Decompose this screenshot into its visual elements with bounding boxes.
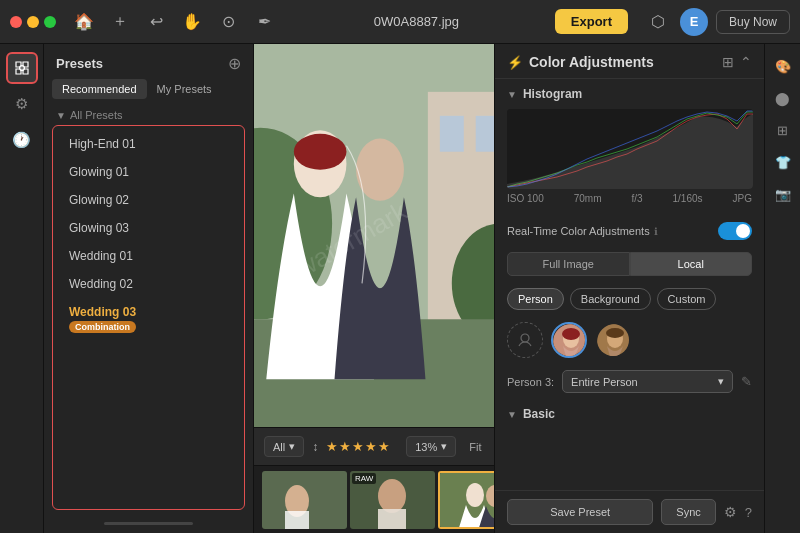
target-custom-button[interactable]: Custom bbox=[657, 288, 717, 310]
sort-icon[interactable]: ↕ bbox=[312, 433, 318, 461]
target-row: Person Background Custom bbox=[495, 282, 764, 316]
star-4[interactable]: ★ bbox=[365, 439, 377, 454]
list-item[interactable]: Wedding 02 bbox=[61, 270, 236, 298]
filter-all-label: All bbox=[273, 441, 285, 453]
grid-icon[interactable]: ⊞ bbox=[769, 116, 797, 144]
star-5[interactable]: ★ bbox=[378, 439, 390, 454]
eyedropper-icon[interactable]: ✒ bbox=[250, 8, 278, 36]
filter-icon: ▼ bbox=[56, 110, 66, 121]
left-sidebar: ⚙ 🕐 bbox=[0, 44, 44, 533]
scope-full-button[interactable]: Full Image bbox=[507, 252, 630, 276]
preset-name: Wedding 03 bbox=[69, 305, 136, 319]
layout-icon[interactable]: ⊞ bbox=[722, 54, 734, 70]
circle-icon[interactable]: ⬤ bbox=[769, 84, 797, 112]
tab-recommended[interactable]: Recommended bbox=[52, 79, 147, 99]
maximize-window-btn[interactable] bbox=[44, 16, 56, 28]
tab-my-presets[interactable]: My Presets bbox=[147, 79, 222, 99]
close-window-btn[interactable] bbox=[10, 16, 22, 28]
raw-badge: RAW bbox=[352, 473, 376, 484]
iso-value: ISO 100 bbox=[507, 193, 544, 204]
histogram-section-header[interactable]: ▼ Histogram bbox=[495, 79, 764, 105]
list-item[interactable]: Wedding 01 bbox=[61, 242, 236, 270]
focal-length: 70mm bbox=[574, 193, 602, 204]
star-1[interactable]: ★ bbox=[326, 439, 338, 454]
camera-icon[interactable]: 📷 bbox=[769, 180, 797, 208]
target-person-button[interactable]: Person bbox=[507, 288, 564, 310]
save-preset-button[interactable]: Save Preset bbox=[507, 499, 653, 525]
share-icon[interactable]: ⬡ bbox=[644, 8, 672, 36]
filmstrip-thumb[interactable] bbox=[262, 471, 347, 529]
filmstrip-thumb-active[interactable]: 16 bbox=[438, 471, 494, 529]
person-row: Person 3: Entire Person ▾ ✎ bbox=[495, 364, 764, 399]
chevron-down-icon: ▾ bbox=[289, 440, 295, 453]
basic-section-header[interactable]: ▼ Basic bbox=[495, 399, 764, 425]
add-icon[interactable]: ＋ bbox=[106, 8, 134, 36]
palette-icon[interactable]: 🎨 bbox=[769, 52, 797, 80]
toolbar-bottom: All ▾ ↕ ★ ★ ★ ★ ★ 13% ▾ Fit 1:1 ⊞ bbox=[254, 427, 494, 465]
sync-button[interactable]: Sync bbox=[661, 499, 715, 525]
image-container[interactable]: watermark bbox=[254, 44, 494, 427]
format-badge: JPG bbox=[733, 193, 752, 204]
svg-point-11 bbox=[294, 134, 347, 170]
edit-icon[interactable]: ✎ bbox=[741, 374, 752, 389]
info-icon[interactable]: ℹ bbox=[654, 226, 658, 237]
presets-list: High-End 01 Glowing 01 Glowing 02 Glowin… bbox=[52, 125, 245, 510]
star-3[interactable]: ★ bbox=[352, 439, 364, 454]
filter-label: All Presets bbox=[70, 109, 123, 121]
toggle-knob bbox=[736, 224, 750, 238]
history-icon[interactable]: 🕐 bbox=[6, 124, 38, 156]
filter-all-select[interactable]: All ▾ bbox=[264, 436, 304, 457]
adjustments-icon[interactable]: ⚙ bbox=[6, 88, 38, 120]
buy-now-button[interactable]: Buy Now bbox=[716, 10, 790, 34]
filter-row: ▼ All Presets bbox=[44, 105, 253, 125]
presets-header: Presets ⊕ bbox=[44, 44, 253, 79]
help-button[interactable]: ? bbox=[745, 505, 752, 520]
panel-title: Color Adjustments bbox=[529, 54, 716, 70]
avatar[interactable]: E bbox=[680, 8, 708, 36]
undo-icon[interactable]: ↩ bbox=[142, 8, 170, 36]
svg-rect-4 bbox=[476, 116, 494, 152]
list-item-selected[interactable]: Wedding 03 Combination bbox=[61, 298, 236, 340]
presets-add-button[interactable]: ⊕ bbox=[228, 54, 241, 73]
list-item[interactable]: Glowing 02 bbox=[61, 186, 236, 214]
svg-point-17 bbox=[378, 479, 406, 513]
list-item[interactable]: High-End 01 bbox=[61, 130, 236, 158]
person-value: Entire Person bbox=[571, 376, 638, 388]
photo-display: watermark bbox=[254, 44, 494, 427]
scope-local-button[interactable]: Local bbox=[630, 252, 753, 276]
stars-rating[interactable]: ★ ★ ★ ★ ★ bbox=[326, 439, 390, 454]
chevron-up-icon[interactable]: ⌃ bbox=[740, 54, 752, 70]
histogram-info: ISO 100 70mm f/3 1/160s JPG bbox=[507, 189, 752, 208]
svg-rect-3 bbox=[440, 116, 464, 152]
home-icon[interactable]: 🏠 bbox=[70, 8, 98, 36]
zoom-percent-select[interactable]: 13% ▾ bbox=[406, 436, 456, 457]
right-sidebar: 🎨 ⬤ ⊞ 👕 📷 bbox=[764, 44, 800, 533]
add-face-button[interactable] bbox=[507, 322, 543, 358]
sliders-icon: ⚡ bbox=[507, 55, 523, 70]
realtime-toggle-row: Real-Time Color Adjustments ℹ bbox=[495, 216, 764, 246]
tshirt-icon[interactable]: 👕 bbox=[769, 148, 797, 176]
person-select[interactable]: Entire Person ▾ bbox=[562, 370, 733, 393]
face-thumb-1[interactable] bbox=[551, 322, 587, 358]
settings-icon[interactable]: ⚙ bbox=[724, 504, 737, 520]
minimize-window-btn[interactable] bbox=[27, 16, 39, 28]
presets-icon[interactable] bbox=[6, 52, 38, 84]
lasso-icon[interactable]: ⊙ bbox=[214, 8, 242, 36]
fit-button[interactable]: Fit bbox=[464, 439, 486, 455]
list-item[interactable]: Glowing 03 bbox=[61, 214, 236, 242]
svg-point-29 bbox=[521, 334, 529, 342]
filmstrip-thumb[interactable]: RAW bbox=[350, 471, 435, 529]
export-button[interactable]: Export bbox=[555, 9, 628, 34]
image-scope-row: Full Image Local bbox=[495, 246, 764, 282]
realtime-toggle[interactable] bbox=[718, 222, 752, 240]
presets-tabs: Recommended My Presets bbox=[44, 79, 253, 105]
target-background-button[interactable]: Background bbox=[570, 288, 651, 310]
main-area: ⚙ 🕐 Presets ⊕ Recommended My Presets ▼ A… bbox=[0, 44, 800, 533]
star-2[interactable]: ★ bbox=[339, 439, 351, 454]
histogram-area: ISO 100 70mm f/3 1/160s JPG bbox=[495, 105, 764, 216]
hand-tool-icon[interactable]: ✋ bbox=[178, 8, 206, 36]
list-item[interactable]: Glowing 01 bbox=[61, 158, 236, 186]
topbar: 🏠 ＋ ↩ ✋ ⊙ ✒ 0W0A8887.jpg Export ⬡ E Buy … bbox=[0, 0, 800, 44]
presets-title: Presets bbox=[56, 56, 103, 71]
face-thumb-2[interactable] bbox=[595, 322, 631, 358]
